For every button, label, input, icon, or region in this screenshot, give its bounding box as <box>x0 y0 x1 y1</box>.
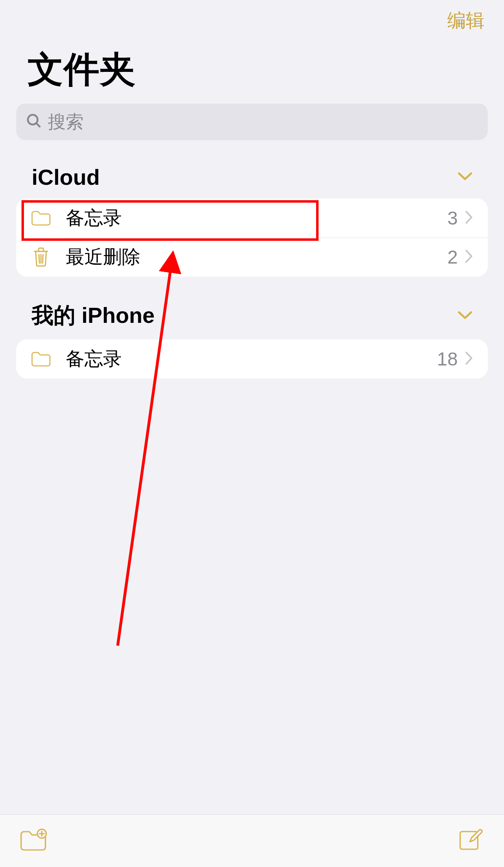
toolbar <box>0 814 504 867</box>
section-title: iCloud <box>32 164 100 190</box>
search-icon <box>26 113 48 131</box>
folder-count: 18 <box>437 348 458 370</box>
folder-row-notes[interactable]: 备忘录 18 <box>16 339 488 378</box>
folder-list-my-iphone: 备忘录 18 <box>16 339 488 378</box>
search-input[interactable] <box>48 112 478 132</box>
compose-icon <box>457 847 485 853</box>
svg-point-0 <box>28 115 38 125</box>
new-folder-icon <box>19 847 47 853</box>
folder-row-notes[interactable]: 备忘录 3 <box>16 199 488 238</box>
nav-bar: 编辑 <box>0 0 504 33</box>
new-note-button[interactable] <box>457 828 485 853</box>
folder-count: 2 <box>447 246 458 268</box>
folder-icon <box>31 208 51 228</box>
folder-list-icloud: 备忘录 3 最近删除 2 <box>16 199 488 277</box>
chevron-down-icon <box>458 171 472 183</box>
folder-count: 3 <box>447 207 458 229</box>
chevron-right-icon <box>465 249 473 265</box>
section-header-my-iphone[interactable]: 我的 iPhone <box>0 277 504 339</box>
chevron-right-icon <box>465 351 473 367</box>
section-title: 我的 iPhone <box>32 301 155 331</box>
edit-button[interactable]: 编辑 <box>447 8 485 33</box>
folder-icon <box>31 349 51 369</box>
chevron-right-icon <box>465 210 473 226</box>
new-folder-button[interactable] <box>19 828 47 853</box>
svg-line-2 <box>39 255 39 263</box>
folder-label: 备忘录 <box>66 205 447 231</box>
folder-label: 最近删除 <box>66 244 447 270</box>
chevron-down-icon <box>458 310 472 322</box>
page-title: 文件夹 <box>0 33 504 104</box>
trash-icon <box>31 247 51 267</box>
folder-row-recently-deleted[interactable]: 最近删除 2 <box>16 238 488 277</box>
svg-line-4 <box>43 255 43 263</box>
folder-label: 备忘录 <box>66 346 437 372</box>
svg-line-1 <box>37 123 40 127</box>
search-bar[interactable] <box>16 104 488 140</box>
section-header-icloud[interactable]: iCloud <box>0 140 504 199</box>
